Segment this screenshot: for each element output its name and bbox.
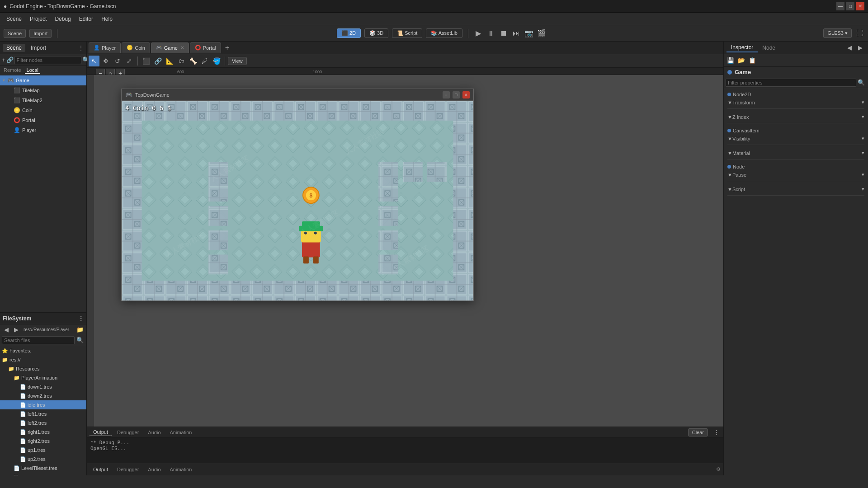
zoom-reset-button[interactable]: ⌂ (106, 69, 115, 75)
tab-player[interactable]: 👤 Player (89, 42, 121, 53)
tilemap-eye-icon[interactable]: 👁 (80, 88, 85, 93)
maximize-button[interactable]: □ (846, 2, 854, 10)
play-button[interactable]: ▶ (474, 29, 483, 38)
game-window-close[interactable]: ✕ (462, 91, 470, 99)
camera-button[interactable]: 📷 (524, 29, 533, 38)
insp-forward-button[interactable]: ▶ (855, 43, 865, 53)
game-tab-close[interactable]: ✕ (180, 45, 184, 50)
audio-tab[interactable]: Audio (144, 429, 164, 436)
insp-open-button[interactable]: 📂 (736, 56, 746, 66)
move-tool[interactable]: ✥ (100, 56, 111, 66)
stop-button[interactable]: ⏹ (499, 29, 508, 38)
fs-item-up1[interactable]: 📄 up1.tres (0, 446, 86, 455)
link-node-button[interactable]: 🔗 (6, 56, 14, 65)
pause-header[interactable]: ▼ Pause ▾ (727, 170, 864, 179)
tab-coin[interactable]: 🪙 Coin (122, 42, 150, 53)
tree-item-tilemap2[interactable]: ⬛ TileMap2 👁 (0, 95, 86, 105)
tree-item-game[interactable]: ▼ 🎮 Game 👁 🔒 (0, 75, 86, 85)
renderer-button[interactable]: GLES3 ▾ (823, 28, 852, 38)
canvas-area[interactable]: www.rrcg.cn 🎮 TopDownGame − □ ✕ (94, 75, 723, 427)
tab-portal[interactable]: ⭕ Portal (190, 42, 221, 53)
fs-back-button[interactable]: ◀ (2, 325, 11, 334)
fs-item-leveltileset[interactable]: 📄 LevelTileset.tres (0, 464, 86, 473)
view-button[interactable]: View (228, 57, 247, 65)
scene-tab-btn[interactable]: Scene (4, 29, 26, 38)
portal-actions[interactable]: 📷 🔒 👁 (66, 118, 85, 123)
mode-2d-button[interactable]: ⬛ 2D (337, 28, 361, 38)
menu-scene[interactable]: Scene (3, 14, 25, 23)
game-window-maximize[interactable]: □ (453, 91, 460, 99)
script-header[interactable]: ▼ Script ▾ (727, 185, 864, 193)
search-files-button[interactable]: 🔍 (75, 336, 85, 345)
lock-tool[interactable]: 📐 (164, 56, 175, 66)
add-node-button[interactable]: + (2, 56, 5, 65)
filter-nodes-input[interactable] (14, 56, 81, 64)
filter-search-button[interactable]: 🔍 (856, 78, 866, 88)
movie-button[interactable]: 🎬 (537, 29, 546, 38)
group-tool[interactable]: 🗂 (176, 56, 187, 66)
scene-tab[interactable]: Scene (3, 44, 25, 52)
fs-item-right1[interactable]: 📄 right1.tres (0, 427, 86, 436)
fs-item-left1[interactable]: 📄 left1.tres (0, 409, 86, 418)
import-tab-btn[interactable]: Import (29, 29, 52, 38)
material-header[interactable]: ▼ Material ▾ (727, 149, 864, 157)
visibility-header[interactable]: ▼ Visibility ▾ (727, 134, 864, 143)
tree-item-portal[interactable]: ⭕ Portal 📷 🔒 👁 (0, 115, 86, 125)
scene-panel-menu[interactable]: ⋮ (78, 45, 84, 51)
zoom-in-button[interactable]: + (116, 69, 125, 75)
insp-copy-button[interactable]: 📋 (747, 56, 757, 66)
select-tool[interactable]: ↖ (89, 56, 99, 66)
menu-debug[interactable]: Debug (51, 14, 74, 23)
add-tab-button[interactable]: + (222, 42, 233, 53)
scale-tool[interactable]: ⤢ (124, 56, 135, 66)
tab-game[interactable]: 🎮 Game ✕ (151, 42, 189, 53)
local-button[interactable]: Local (25, 67, 40, 74)
insp-back-button[interactable]: ◀ (844, 43, 854, 53)
node-tab[interactable]: Node (758, 44, 780, 52)
bottom-filter-icon[interactable]: ⚙ (716, 466, 721, 472)
fs-item-down2[interactable]: 📄 down2.tres (0, 391, 86, 400)
clear-output-button[interactable]: Clear (688, 428, 708, 436)
fs-item-resources[interactable]: 📁 Resources (0, 364, 86, 373)
tree-item-player[interactable]: 👤 Player 📷 🔒 👁 (0, 125, 86, 135)
viewport-area[interactable]: − ⌂ + 600 1000 www.rrcg.cn 🎮 TopDownGame (87, 68, 723, 427)
snap-grid-tool[interactable]: ⬛ (141, 56, 151, 66)
player-actions[interactable]: 📷 🔒 👁 (66, 128, 85, 133)
step-button[interactable]: ⏭ (512, 29, 521, 38)
tilemap2-eye-icon[interactable]: 👁 (80, 98, 85, 103)
fs-item-res[interactable]: 📁 res:// (0, 355, 86, 364)
fs-item-right2[interactable]: 📄 right2.tres (0, 436, 86, 446)
fs-item-up2[interactable]: 📄 up2.tres (0, 455, 86, 464)
bottom-debugger-tab[interactable]: Debugger (113, 466, 142, 473)
assetlib-button[interactable]: 📚 AssetLib (426, 28, 462, 38)
transform-header[interactable]: ▼ Transform ▾ (727, 98, 864, 107)
fs-item-playeranimation[interactable]: 📁 PlayerAnimation (0, 373, 86, 382)
animation-tab[interactable]: Animation (166, 429, 196, 436)
game-window-minimize[interactable]: − (443, 91, 450, 99)
debugger-tab[interactable]: Debugger (113, 429, 142, 436)
fs-folder-icon[interactable]: 📁 (75, 325, 85, 334)
zindex-header[interactable]: ▼ Z Index ▾ (727, 113, 864, 121)
minimize-button[interactable]: — (836, 2, 844, 10)
paint-tool[interactable]: 🖊 (199, 56, 210, 66)
skeleton-tool[interactable]: 🦴 (188, 56, 198, 66)
search-files-input[interactable] (2, 336, 75, 344)
tree-item-tilemap[interactable]: ⬛ TileMap 👁 (0, 85, 86, 95)
output-filter-button[interactable]: ⋮ (712, 428, 721, 437)
fs-item-solohan[interactable]: 🖼 solohan_tilesheet.png (0, 473, 86, 475)
zoom-out-button[interactable]: − (96, 69, 105, 75)
bottom-animation-tab[interactable]: Animation (166, 466, 196, 473)
fs-item-down1[interactable]: 📄 down1.tres (0, 382, 86, 391)
menu-help[interactable]: Help (98, 14, 116, 23)
mode-3d-button[interactable]: 🎲 3D (364, 28, 388, 38)
snap-tool[interactable]: 🔗 (152, 56, 163, 66)
rotate-tool[interactable]: ↺ (112, 56, 123, 66)
bucket-tool[interactable]: 🪣 (211, 56, 222, 66)
remote-button[interactable]: Remote (2, 67, 23, 74)
inspector-tab[interactable]: Inspector (726, 43, 758, 52)
import-tab[interactable]: Import (27, 44, 50, 52)
filter-properties-input[interactable] (726, 79, 856, 87)
tree-item-coin[interactable]: 🪙 Coin 📷 🔒 👁 (0, 105, 86, 115)
close-button[interactable]: ✕ (856, 2, 864, 10)
fs-item-left2[interactable]: 📄 left2.tres (0, 418, 86, 427)
